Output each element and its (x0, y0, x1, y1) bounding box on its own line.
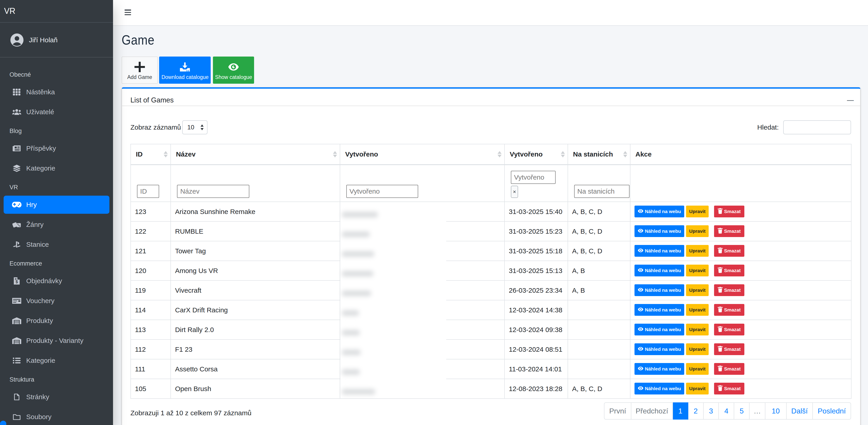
svg-text:$: $ (16, 280, 18, 284)
